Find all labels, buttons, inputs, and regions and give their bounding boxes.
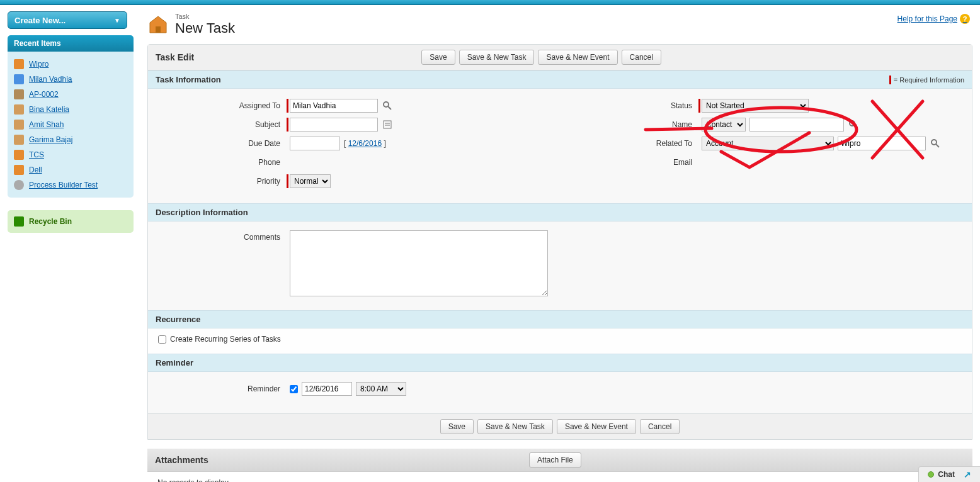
reminder-time-select[interactable]: 8:00 AM [356, 382, 406, 396]
assigned-to-label: Assigned To [161, 101, 287, 110]
name-input[interactable] [749, 118, 844, 132]
attachments-block: Attachments Attach File No records to di… [147, 449, 972, 482]
create-recurring-row[interactable]: Create Recurring Series of Tasks [158, 335, 962, 344]
recent-item-link[interactable]: AP-0002 [29, 90, 59, 99]
attach-file-button[interactable]: Attach File [529, 452, 581, 468]
lookup-icon[interactable] [382, 100, 393, 111]
main-content: Task New Task Help for this Page ? Task … [147, 11, 972, 482]
reminder-date-input[interactable] [302, 382, 352, 396]
recent-item-link[interactable]: Dell [29, 165, 42, 174]
svg-rect-1 [156, 26, 161, 33]
record-type-icon [14, 59, 24, 69]
record-type-icon [14, 165, 24, 175]
record-type-icon [14, 104, 24, 115]
attachments-heading: Attachments [155, 455, 208, 465]
related-to-input[interactable] [838, 137, 926, 150]
recycle-bin-link[interactable]: Recycle Bin [29, 217, 72, 226]
subject-label: Subject [161, 120, 287, 129]
required-note: = Required Information [889, 76, 964, 84]
required-note-text: = Required Information [894, 76, 964, 84]
recent-items-box: Recent Items WiproMilan VadhiaAP-0002Bin… [8, 35, 134, 198]
presence-icon [928, 471, 934, 478]
svg-line-10 [936, 144, 939, 147]
record-type-icon [14, 89, 24, 99]
recent-item-link[interactable]: Process Builder Test [29, 181, 98, 189]
task-edit-title-bar: Task Edit Save Save & New Task Save & Ne… [148, 45, 972, 70]
save-button[interactable]: Save [421, 50, 455, 65]
save-new-event-button[interactable]: Save & New Event [557, 419, 636, 434]
page-header: Task New Task Help for this Page ? [147, 11, 972, 44]
top-button-row: Save Save & New Task Save & New Event Ca… [194, 50, 889, 65]
name-type-select[interactable]: Contact [702, 118, 746, 132]
task-home-icon [147, 14, 169, 35]
related-to-type-select[interactable]: Account [702, 137, 834, 150]
svg-point-7 [850, 121, 855, 126]
task-info-section-head: Task Information = Required Information [148, 70, 972, 89]
task-edit-heading: Task Edit [156, 52, 194, 62]
expand-icon[interactable]: ↗ [964, 469, 971, 479]
recent-item-link[interactable]: Amit Shah [29, 120, 64, 129]
recycle-bin[interactable]: Recycle Bin [8, 210, 134, 233]
record-type-icon [14, 120, 24, 130]
comments-textarea[interactable] [290, 230, 548, 296]
task-edit-panel: Task Edit Save Save & New Task Save & Ne… [147, 44, 972, 440]
svg-line-3 [388, 106, 391, 109]
lookup-icon[interactable] [930, 138, 941, 149]
create-new-label: Create New... [14, 16, 66, 25]
comments-label: Comments [161, 230, 287, 242]
save-new-task-button[interactable]: Save & New Task [459, 50, 535, 65]
recent-item[interactable]: AP-0002 [14, 87, 127, 102]
required-indicator [287, 118, 288, 132]
attachments-header: Attachments Attach File [147, 449, 972, 471]
chat-dock[interactable]: Chat ↗ [918, 466, 980, 482]
required-bar-icon [889, 76, 891, 84]
recent-item[interactable]: Dell [14, 162, 127, 177]
priority-select[interactable]: Normal [290, 174, 331, 188]
record-type-icon [14, 150, 24, 160]
attachments-body: No records to display [147, 471, 972, 482]
sidebar: Create New... ▼ Recent Items WiproMilan … [8, 11, 134, 482]
status-select[interactable]: Not Started [702, 99, 809, 113]
recent-item-link[interactable]: Milan Vadhia [29, 75, 72, 84]
record-type-icon [14, 135, 24, 145]
cancel-button[interactable]: Cancel [640, 419, 680, 434]
today-date-link[interactable]: [ 12/6/2016 ] [344, 139, 386, 148]
recent-item[interactable]: TCS [14, 147, 127, 162]
help-icon: ? [960, 14, 970, 24]
recurrence-body: Create Recurring Series of Tasks [148, 328, 972, 354]
recent-item[interactable]: Wipro [14, 57, 127, 72]
help-link[interactable]: Help for this Page ? [897, 14, 970, 24]
bottom-button-bar: Save Save & New Task Save & New Event Ca… [148, 413, 972, 439]
required-indicator [287, 99, 288, 113]
cancel-button[interactable]: Cancel [622, 50, 661, 65]
recent-item-link[interactable]: TCS [29, 150, 44, 159]
recent-item[interactable]: Bina Katelia [14, 102, 127, 117]
save-button[interactable]: Save [440, 419, 474, 434]
reminder-heading: Reminder [156, 358, 193, 367]
subject-combo-icon[interactable] [382, 119, 393, 130]
subject-input[interactable] [290, 118, 378, 132]
recent-item-link[interactable]: Garima Bajaj [29, 135, 72, 144]
recent-item[interactable]: Amit Shah [14, 117, 127, 132]
due-date-label: Due Date [161, 139, 287, 148]
related-to-label: Related To [573, 139, 698, 148]
recurrence-section-head: Recurrence [148, 310, 972, 328]
task-info-heading: Task Information [156, 75, 221, 84]
save-new-event-button[interactable]: Save & New Event [538, 50, 617, 65]
recycle-bin-icon [14, 216, 24, 227]
create-recurring-checkbox[interactable] [158, 335, 166, 344]
recent-item-link[interactable]: Wipro [29, 60, 48, 69]
lookup-icon[interactable] [848, 119, 859, 130]
reminder-label: Reminder [161, 384, 287, 393]
save-new-task-button[interactable]: Save & New Task [477, 419, 553, 434]
reminder-checkbox[interactable] [290, 385, 298, 393]
recent-item[interactable]: Garima Bajaj [14, 132, 127, 147]
phone-label: Phone [161, 158, 287, 167]
create-new-button[interactable]: Create New... ▼ [8, 11, 127, 29]
desc-info-section-head: Description Information [148, 203, 972, 221]
recent-item[interactable]: Process Builder Test [14, 177, 127, 193]
recent-item[interactable]: Milan Vadhia [14, 72, 127, 87]
recent-item-link[interactable]: Bina Katelia [29, 105, 69, 114]
assigned-to-input[interactable] [290, 99, 378, 113]
due-date-input[interactable] [290, 137, 340, 150]
